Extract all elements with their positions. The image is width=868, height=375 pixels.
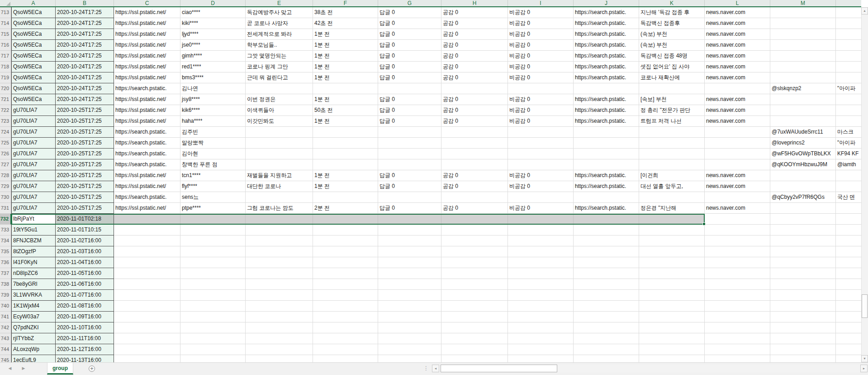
cell-M726[interactable]: @wF5HGvOWpTBbLKX [770,149,836,159]
cell-K733[interactable] [639,225,705,236]
cell-K743[interactable] [639,333,705,344]
cell-H720[interactable] [441,83,508,94]
cell-N713[interactable] [836,7,861,18]
cell-F735[interactable] [313,246,378,257]
cell-D741[interactable] [180,312,246,322]
cell-M729[interactable] [770,181,836,192]
cell-I724[interactable] [508,127,574,138]
cell-H713[interactable]: 공감 0 [441,7,508,18]
cell-B718[interactable]: 2020-10-24T17:25 [56,62,114,72]
cell-K722[interactable]: 정 총리 "전문가 판단 [639,105,705,116]
cell-M721[interactable] [770,94,836,105]
cell-M716[interactable] [770,40,836,51]
cell-B723[interactable]: 2020-10-25T17:25 [56,116,114,127]
cell-M718[interactable] [770,62,836,72]
cell-C732[interactable] [114,214,180,225]
cell-H728[interactable]: 공감 0 [441,170,508,181]
cell-B734[interactable]: 2020-11-02T16:00 [56,236,114,246]
cell-A719[interactable]: QsoW5ECa [11,72,56,83]
cell-C744[interactable] [114,344,180,355]
cell-A745[interactable]: 1ecEufL9 [11,355,56,362]
cell-B730[interactable]: 2020-10-25T17:25 [56,192,114,203]
cell-B715[interactable]: 2020-10-24T17:25 [56,29,114,40]
cell-K723[interactable]: 트럼프 저격 나선 [639,116,705,127]
cell-H725[interactable] [441,138,508,149]
cell-I723[interactable]: 비공감 0 [508,116,574,127]
tab-scroll-left-icon[interactable]: ◀ [5,362,14,375]
cell-I741[interactable] [508,312,574,322]
cell-B736[interactable]: 2020-11-04T16:00 [56,257,114,268]
cell-L719[interactable]: news.naver.com [705,72,770,83]
cell-M733[interactable] [770,225,836,236]
cell-A715[interactable]: QsoW5ECa [11,29,56,40]
cell-D732[interactable] [180,214,246,225]
cell-H718[interactable]: 공감 0 [441,62,508,72]
cell-J713[interactable]: https://search.pstatic. [574,7,639,18]
cell-C718[interactable]: https://ssl.pstatic.net/ [114,62,180,72]
cell-M731[interactable] [770,203,836,214]
cell-N715[interactable] [836,29,861,40]
cell-L713[interactable]: news.naver.com [705,7,770,18]
row-header-717[interactable]: 717 [0,51,11,62]
row-header-744[interactable]: 744 [0,344,11,355]
cell-D739[interactable] [180,290,246,301]
cell-B733[interactable]: 2020-11-01T10:15 [56,225,114,236]
cell-C739[interactable] [114,290,180,301]
cell-C717[interactable]: https://ssl.pstatic.net/ [114,51,180,62]
cell-G734[interactable] [378,236,441,246]
cell-A717[interactable]: QsoW5ECa [11,51,56,62]
row-header-733[interactable]: 733 [0,225,11,236]
cell-A743[interactable]: rjITYbbZ [11,333,56,344]
cell-A726[interactable]: gU70LfA7 [11,149,56,159]
cell-J740[interactable] [574,301,639,312]
cell-I743[interactable] [508,333,574,344]
cell-C727[interactable]: https://search.pstatic. [114,159,180,170]
cell-K735[interactable] [639,246,705,257]
row-header-742[interactable]: 742 [0,322,11,333]
cell-J738[interactable] [574,279,639,290]
cell-C733[interactable] [114,225,180,236]
scroll-right-icon[interactable]: ► [860,365,868,372]
cell-D715[interactable]: ljyd**** [180,29,246,40]
cell-L725[interactable] [705,138,770,149]
cell-D743[interactable] [180,333,246,344]
row-header-727[interactable]: 727 [0,159,11,170]
cell-G732[interactable] [378,214,441,225]
cell-C715[interactable]: https://ssl.pstatic.net/ [114,29,180,40]
cell-M742[interactable] [770,322,836,333]
cell-F720[interactable] [313,83,378,94]
cell-C745[interactable] [114,355,180,362]
cell-G733[interactable] [378,225,441,236]
cell-D737[interactable] [180,268,246,279]
cell-H733[interactable] [441,225,508,236]
col-header-I[interactable]: I [508,0,574,6]
cell-F739[interactable] [313,290,378,301]
cell-G730[interactable] [378,192,441,203]
cell-D729[interactable]: flyf**** [180,181,246,192]
cell-K739[interactable] [639,290,705,301]
cell-B716[interactable]: 2020-10-24T17:25 [56,40,114,51]
cell-B713[interactable]: 2020-10-24T17:25 [56,7,114,18]
cell-H736[interactable] [441,257,508,268]
cell-N723[interactable] [836,116,861,127]
cell-B728[interactable]: 2020-10-25T17:25 [56,170,114,181]
cell-H717[interactable]: 공감 0 [441,51,508,62]
cell-E734[interactable] [246,236,313,246]
cell-E738[interactable] [246,279,313,290]
cell-F721[interactable]: 1분 전 [313,94,378,105]
cell-N738[interactable] [836,279,861,290]
cell-L730[interactable] [705,192,770,203]
cell-M717[interactable] [770,51,836,62]
cell-A730[interactable]: gU70LfA7 [11,192,56,203]
cell-E742[interactable] [246,322,313,333]
cell-L723[interactable]: news.naver.com [705,116,770,127]
row-header-719[interactable]: 719 [0,72,11,83]
cell-I727[interactable] [508,159,574,170]
cell-D720[interactable]: 김나연 [180,83,246,94]
cell-M744[interactable] [770,344,836,355]
cell-G715[interactable]: 답글 0 [378,29,441,40]
cell-C726[interactable]: https://search.pstatic. [114,149,180,159]
cell-N734[interactable] [836,236,861,246]
cell-G718[interactable]: 답글 0 [378,62,441,72]
cell-I720[interactable] [508,83,574,94]
